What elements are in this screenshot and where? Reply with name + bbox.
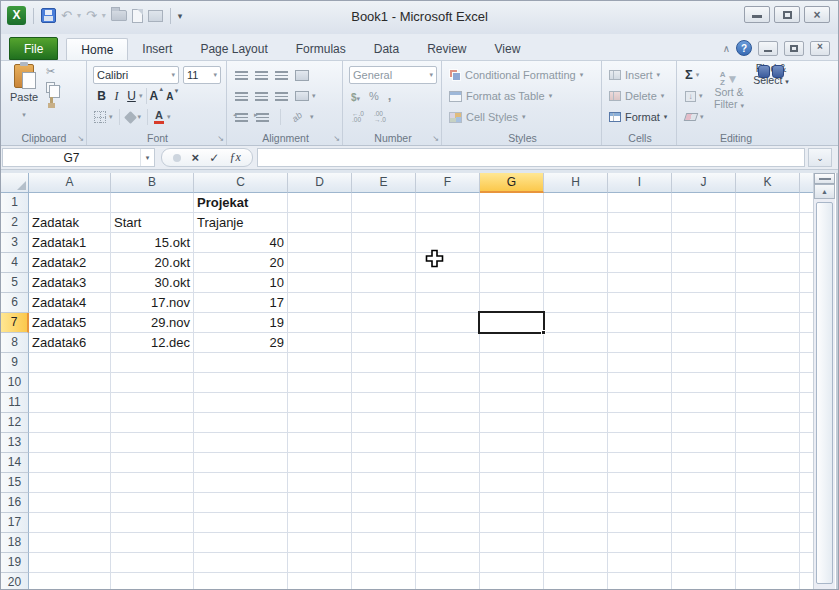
cell-J11[interactable] [672,393,736,413]
row-header-1[interactable]: 1 [1,193,29,213]
cell-A4[interactable]: Zadatak2 [29,253,111,273]
cell-B6[interactable]: 17.nov [111,293,194,313]
column-header-I[interactable]: I [608,173,672,193]
cell-J10[interactable] [672,373,736,393]
cancel-icon[interactable]: × [191,150,199,165]
cell-G1[interactable] [480,193,544,213]
cell-G11[interactable] [480,393,544,413]
cell-E8[interactable] [352,333,416,353]
cell-G16[interactable] [480,493,544,513]
row-header-14[interactable]: 14 [1,453,29,473]
tab-view[interactable]: View [481,38,535,60]
cell-B3[interactable]: 15.okt [111,233,194,253]
cell-D13[interactable] [288,433,352,453]
cell-F5[interactable] [416,273,480,293]
cell-K15[interactable] [736,473,800,493]
cell-J4[interactable] [672,253,736,273]
cell-A15[interactable] [29,473,111,493]
format-cells-button[interactable]: Format ▾ [604,107,676,127]
cell-I1[interactable] [608,193,672,213]
cell-F15[interactable] [416,473,480,493]
row-header-16[interactable]: 16 [1,493,29,513]
cell-K12[interactable] [736,413,800,433]
cut-icon[interactable]: ✂ [46,65,61,78]
cell-H9[interactable] [544,353,608,373]
tab-review[interactable]: Review [413,38,480,60]
cell-D17[interactable] [288,513,352,533]
cell-D7[interactable] [288,313,352,333]
minimize-button[interactable] [744,6,770,23]
tab-page-layout[interactable]: Page Layout [186,38,281,60]
cell-D14[interactable] [288,453,352,473]
cell-H15[interactable] [544,473,608,493]
cell-B11[interactable] [111,393,194,413]
tab-home[interactable]: Home [66,38,128,60]
cell-F7[interactable] [416,313,480,333]
cell-B8[interactable]: 12.dec [111,333,194,353]
cell-B5[interactable]: 30.okt [111,273,194,293]
number-dialog-launcher-icon[interactable]: ↘ [432,134,439,143]
vertical-scrollbar[interactable]: ▲ [813,173,835,590]
cell-F10[interactable] [416,373,480,393]
maximize-button[interactable] [774,6,800,23]
cell-C10[interactable] [194,373,288,393]
column-header-B[interactable]: B [111,173,194,193]
cell-A14[interactable] [29,453,111,473]
cell-D19[interactable] [288,553,352,573]
cell-H12[interactable] [544,413,608,433]
cell-styles-button[interactable]: Cell Styles ▾ [444,107,601,127]
split-handle[interactable] [814,173,835,184]
row-header-17[interactable]: 17 [1,513,29,533]
cell-I17[interactable] [608,513,672,533]
cell-I20[interactable] [608,573,672,590]
cell-A11[interactable] [29,393,111,413]
align-right-icon[interactable] [275,92,288,101]
cell-G19[interactable] [480,553,544,573]
cell-H8[interactable] [544,333,608,353]
formula-input[interactable] [257,148,805,167]
cell-I19[interactable] [608,553,672,573]
cell-I16[interactable] [608,493,672,513]
cell-K19[interactable] [736,553,800,573]
cell-A6[interactable]: Zadatak4 [29,293,111,313]
cell-G13[interactable] [480,433,544,453]
scroll-up-icon[interactable]: ▲ [814,184,835,199]
select-all-corner[interactable] [1,173,29,193]
fill-color-icon[interactable] [124,111,137,124]
paste-dropdown-icon[interactable]: ▾ [22,111,26,118]
cell-I5[interactable] [608,273,672,293]
cell-K6[interactable] [736,293,800,313]
cell-E20[interactable] [352,573,416,590]
cell-D5[interactable] [288,273,352,293]
cell-H18[interactable] [544,533,608,553]
cell-C6[interactable]: 17 [194,293,288,313]
cell-G15[interactable] [480,473,544,493]
cell-D8[interactable] [288,333,352,353]
cell-A5[interactable]: Zadatak3 [29,273,111,293]
comma-style-icon[interactable]: , [388,92,392,100]
cell-B13[interactable] [111,433,194,453]
cell-K14[interactable] [736,453,800,473]
cell-H17[interactable] [544,513,608,533]
cell-E13[interactable] [352,433,416,453]
row-header-18[interactable]: 18 [1,533,29,553]
scrollbar-thumb[interactable] [816,202,833,584]
column-header-K[interactable]: K [736,173,800,193]
cell-K20[interactable] [736,573,800,590]
decrease-indent-icon[interactable] [235,113,248,122]
cell-H7[interactable] [544,313,608,333]
delete-cells-button[interactable]: Delete ▾ [604,86,676,106]
cell-H1[interactable] [544,193,608,213]
name-box-dropdown-icon[interactable]: ▾ [140,149,154,166]
cell-F1[interactable] [416,193,480,213]
cell-A20[interactable] [29,573,111,590]
cell-G17[interactable] [480,513,544,533]
cell-A13[interactable] [29,433,111,453]
font-size-combo[interactable]: 11▾ [183,66,221,84]
align-left-icon[interactable] [235,92,248,101]
cell-F16[interactable] [416,493,480,513]
wrap-text-icon[interactable] [295,70,309,81]
cell-F13[interactable] [416,433,480,453]
cell-E19[interactable] [352,553,416,573]
cell-D10[interactable] [288,373,352,393]
